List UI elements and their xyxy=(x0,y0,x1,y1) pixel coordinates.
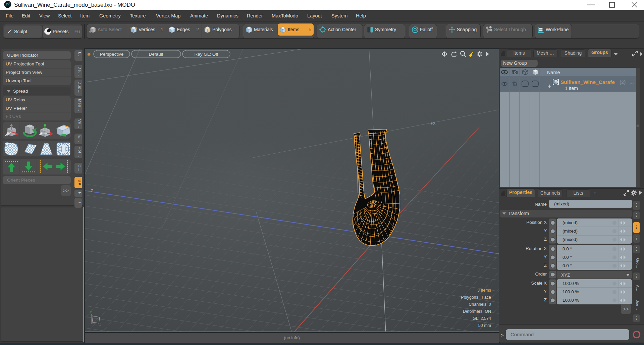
svg-text:Scale X: Scale X xyxy=(531,281,547,286)
svg-text:100.0 %: 100.0 % xyxy=(562,289,579,294)
svg-text:(2): (2) xyxy=(620,79,626,85)
svg-text:Z: Z xyxy=(544,237,547,242)
svg-text:Polygons : Face: Polygons : Face xyxy=(461,295,491,300)
svg-text:XYZ: XYZ xyxy=(561,273,570,278)
svg-text:(mixed): (mixed) xyxy=(562,229,578,234)
svg-text:1 Item: 1 Item xyxy=(565,86,578,91)
svg-text:+X: +X xyxy=(430,121,436,126)
svg-text:0.0 °: 0.0 ° xyxy=(562,263,572,268)
svg-text:0.0 °: 0.0 ° xyxy=(562,255,572,260)
svg-text:-Z: -Z xyxy=(89,189,93,193)
svg-text:(mixed): (mixed) xyxy=(562,220,578,225)
svg-text:Z: Z xyxy=(99,322,102,326)
svg-text:GL: 2,574: GL: 2,574 xyxy=(473,316,491,321)
svg-text:…: … xyxy=(629,79,634,85)
svg-text:Z: Z xyxy=(544,297,547,302)
svg-text:100.0 %: 100.0 % xyxy=(562,281,579,286)
svg-text:Default: Default xyxy=(149,52,163,57)
svg-text:Y: Y xyxy=(544,289,547,294)
svg-text:Channels: 0: Channels: 0 xyxy=(469,302,491,307)
svg-text:Ray GL: Off: Ray GL: Off xyxy=(194,52,218,57)
svg-text:0.0 °: 0.0 ° xyxy=(562,246,572,251)
svg-text:Perspective: Perspective xyxy=(100,52,124,57)
svg-text:50 mm: 50 mm xyxy=(478,323,491,328)
svg-text:Order: Order xyxy=(535,272,547,277)
svg-text:Name: Name xyxy=(547,70,560,75)
svg-text:100.0 %: 100.0 % xyxy=(562,298,579,303)
svg-text:Y: Y xyxy=(544,228,547,233)
svg-text:Z: Z xyxy=(544,263,547,268)
svg-text:(mixed): (mixed) xyxy=(562,237,578,242)
svg-text:Rotation X: Rotation X xyxy=(526,246,547,251)
svg-text:3 Items: 3 Items xyxy=(477,288,491,293)
svg-text:Y: Y xyxy=(90,310,92,314)
svg-text:Y: Y xyxy=(544,254,547,259)
svg-text:Position X: Position X xyxy=(526,220,547,225)
svg-text:Deformers: ON: Deformers: ON xyxy=(463,309,491,314)
svg-text:Sullivan_Wine_Carafe: Sullivan_Wine_Carafe xyxy=(560,79,615,85)
